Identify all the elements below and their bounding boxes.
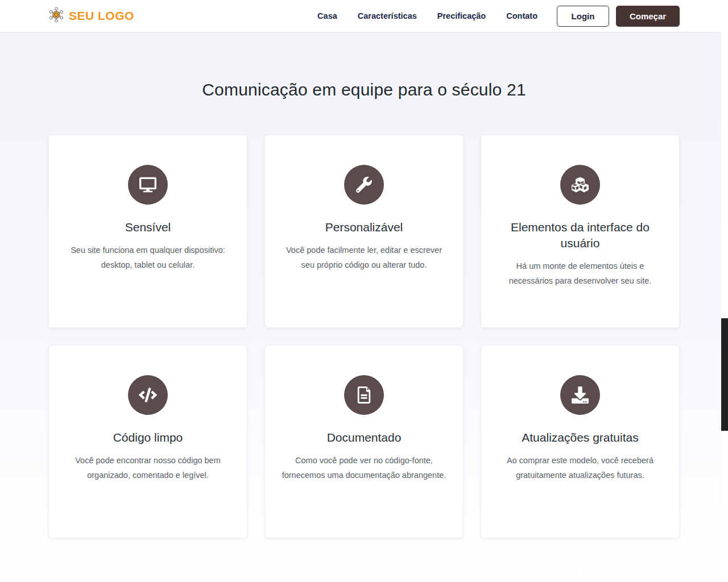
feature-card-customizable: Personalizável Você pode facilmente ler,…	[264, 135, 464, 328]
nav-link-contato[interactable]: Contato	[506, 11, 537, 20]
feature-card-documented: Documentado Como você pode ver no código…	[264, 345, 464, 538]
nav-link-precificacao[interactable]: Precificação	[437, 11, 486, 20]
feature-title: Código limpo	[49, 430, 247, 446]
feature-card-free-updates: Atualizações gratuitas Ao comprar este m…	[481, 345, 680, 538]
feature-title: Elementos da interface do usuário	[481, 219, 679, 251]
login-button[interactable]: Login	[557, 6, 609, 27]
main-nav: Casa Características Precificação Contat…	[317, 11, 537, 20]
logo-icon	[48, 7, 64, 25]
scrollbar[interactable]	[721, 0, 728, 582]
nav-link-casa[interactable]: Casa	[317, 11, 337, 20]
feature-card-ui-elements: Elementos da interface do usuário Há um …	[481, 135, 680, 328]
feature-text: Há um monte de elementos úteis e necessá…	[481, 259, 679, 288]
feature-title: Documentado	[265, 430, 463, 446]
scrollbar-thumb[interactable]	[721, 318, 728, 431]
logo[interactable]: SEU LOGO	[48, 7, 134, 25]
main-content: Comunicação em equipe para o século 21 S…	[48, 80, 680, 538]
feature-card-responsive: Sensível Seu site funciona em qualquer d…	[48, 135, 247, 328]
desktop-icon	[128, 165, 168, 205]
feature-text: Você pode encontrar nosso código bem org…	[49, 453, 247, 483]
feature-title: Atualizações gratuitas	[481, 430, 679, 446]
cta-button[interactable]: Começar	[616, 6, 680, 27]
logo-text: SEU LOGO	[69, 9, 134, 23]
features-grid: Sensível Seu site funciona em qualquer d…	[48, 135, 680, 538]
nav-link-caracteristicas[interactable]: Características	[358, 11, 417, 20]
feature-card-clean-code: Código limpo Você pode encontrar nosso c…	[48, 345, 247, 538]
header-actions: Login Começar	[557, 6, 680, 27]
page-title: Comunicação em equipe para o século 21	[48, 80, 680, 99]
file-icon	[344, 375, 384, 415]
cubes-icon	[560, 165, 600, 205]
feature-text: Seu site funciona em qualquer dispositiv…	[49, 243, 247, 272]
header: SEU LOGO Casa Características Precificaç…	[0, 0, 728, 32]
wrench-icon	[344, 165, 384, 205]
code-icon	[128, 375, 168, 415]
feature-title: Sensível	[49, 219, 247, 235]
download-icon	[560, 375, 600, 415]
feature-text: Ao comprar este modelo, você receberá gr…	[481, 453, 679, 483]
feature-title: Personalizável	[265, 219, 463, 235]
feature-text: Como você pode ver no código-fonte, forn…	[265, 453, 463, 483]
feature-text: Você pode facilmente ler, editar e escre…	[265, 243, 463, 272]
